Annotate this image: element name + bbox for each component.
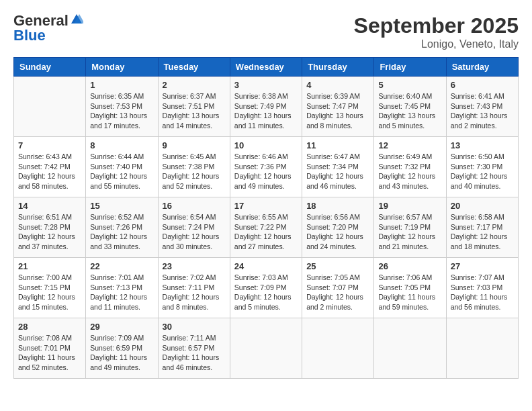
calendar-cell bbox=[230, 318, 302, 379]
day-info: Sunrise: 7:00 AMSunset: 7:15 PMDaylight:… bbox=[18, 273, 75, 311]
calendar-cell: 25Sunrise: 7:05 AMSunset: 7:07 PMDayligh… bbox=[302, 258, 374, 318]
calendar-cell: 2Sunrise: 6:37 AMSunset: 7:51 PMDaylight… bbox=[158, 77, 230, 137]
day-info: Sunrise: 7:11 AMSunset: 6:57 PMDaylight:… bbox=[163, 334, 220, 371]
day-info: Sunrise: 6:37 AMSunset: 7:51 PMDaylight:… bbox=[163, 92, 220, 130]
day-info: Sunrise: 6:44 AMSunset: 7:40 PMDaylight:… bbox=[90, 152, 147, 190]
weekday-header-friday: Friday bbox=[374, 58, 446, 77]
calendar-cell: 17Sunrise: 6:55 AMSunset: 7:22 PMDayligh… bbox=[230, 197, 302, 258]
logo-general-text: General bbox=[13, 13, 69, 28]
calendar-cell: 29Sunrise: 7:09 AMSunset: 6:59 PMDayligh… bbox=[86, 318, 158, 379]
page-header: General Blue September 2025 Lonigo, Vene… bbox=[13, 13, 519, 50]
day-info: Sunrise: 6:51 AMSunset: 7:28 PMDaylight:… bbox=[18, 213, 75, 250]
day-info: Sunrise: 6:54 AMSunset: 7:24 PMDaylight:… bbox=[163, 213, 220, 250]
day-number: 26 bbox=[378, 261, 441, 271]
calendar-cell: 12Sunrise: 6:49 AMSunset: 7:32 PMDayligh… bbox=[374, 137, 446, 197]
calendar-cell: 14Sunrise: 6:51 AMSunset: 7:28 PMDayligh… bbox=[14, 197, 86, 258]
day-number: 4 bbox=[306, 80, 369, 90]
calendar-cell: 6Sunrise: 6:41 AMSunset: 7:43 PMDaylight… bbox=[446, 77, 518, 137]
day-number: 23 bbox=[163, 261, 226, 271]
day-info: Sunrise: 6:56 AMSunset: 7:20 PMDaylight:… bbox=[306, 213, 363, 250]
weekday-header-wednesday: Wednesday bbox=[230, 58, 302, 77]
day-info: Sunrise: 6:47 AMSunset: 7:34 PMDaylight:… bbox=[306, 152, 363, 190]
calendar-cell: 15Sunrise: 6:52 AMSunset: 7:26 PMDayligh… bbox=[86, 197, 158, 258]
calendar-cell: 1Sunrise: 6:35 AMSunset: 7:53 PMDaylight… bbox=[86, 77, 158, 137]
day-info: Sunrise: 6:58 AMSunset: 7:17 PMDaylight:… bbox=[451, 213, 508, 250]
day-number: 10 bbox=[234, 140, 298, 150]
day-number: 12 bbox=[378, 140, 441, 150]
weekday-header-tuesday: Tuesday bbox=[158, 58, 230, 77]
day-number: 1 bbox=[90, 80, 153, 90]
logo: General Blue bbox=[13, 13, 83, 43]
day-info: Sunrise: 6:49 AMSunset: 7:32 PMDaylight:… bbox=[378, 152, 435, 190]
day-number: 22 bbox=[90, 261, 153, 271]
calendar-table: SundayMondayTuesdayWednesdayThursdayFrid… bbox=[13, 57, 519, 379]
calendar-cell: 26Sunrise: 7:06 AMSunset: 7:05 PMDayligh… bbox=[374, 258, 446, 318]
calendar-cell: 27Sunrise: 7:07 AMSunset: 7:03 PMDayligh… bbox=[446, 258, 518, 318]
calendar-cell: 23Sunrise: 7:02 AMSunset: 7:11 PMDayligh… bbox=[158, 258, 230, 318]
day-number: 3 bbox=[234, 80, 298, 90]
calendar-week-2: 7Sunrise: 6:43 AMSunset: 7:42 PMDaylight… bbox=[14, 137, 519, 197]
day-number: 24 bbox=[234, 261, 298, 271]
day-number: 29 bbox=[90, 322, 153, 332]
weekday-header-monday: Monday bbox=[86, 58, 158, 77]
day-number: 13 bbox=[451, 140, 514, 150]
day-number: 5 bbox=[378, 80, 441, 90]
calendar-cell: 28Sunrise: 7:08 AMSunset: 7:01 PMDayligh… bbox=[14, 318, 86, 379]
logo-blue-text: Blue bbox=[13, 28, 46, 43]
calendar-cell: 30Sunrise: 7:11 AMSunset: 6:57 PMDayligh… bbox=[158, 318, 230, 379]
calendar-cell: 18Sunrise: 6:56 AMSunset: 7:20 PMDayligh… bbox=[302, 197, 374, 258]
day-number: 16 bbox=[163, 201, 226, 211]
day-number: 30 bbox=[163, 322, 226, 332]
calendar-cell: 3Sunrise: 6:38 AMSunset: 7:49 PMDaylight… bbox=[230, 77, 302, 137]
day-number: 27 bbox=[451, 261, 514, 271]
day-info: Sunrise: 6:40 AMSunset: 7:45 PMDaylight:… bbox=[378, 92, 435, 130]
calendar-cell: 16Sunrise: 6:54 AMSunset: 7:24 PMDayligh… bbox=[158, 197, 230, 258]
calendar-cell bbox=[446, 318, 518, 379]
day-number: 20 bbox=[451, 201, 514, 211]
logo-icon bbox=[70, 13, 83, 26]
calendar-cell: 9Sunrise: 6:45 AMSunset: 7:38 PMDaylight… bbox=[158, 137, 230, 197]
calendar-cell: 7Sunrise: 6:43 AMSunset: 7:42 PMDaylight… bbox=[14, 137, 86, 197]
calendar-cell: 11Sunrise: 6:47 AMSunset: 7:34 PMDayligh… bbox=[302, 137, 374, 197]
day-info: Sunrise: 6:39 AMSunset: 7:47 PMDaylight:… bbox=[306, 92, 363, 130]
calendar-cell: 8Sunrise: 6:44 AMSunset: 7:40 PMDaylight… bbox=[86, 137, 158, 197]
calendar-week-5: 28Sunrise: 7:08 AMSunset: 7:01 PMDayligh… bbox=[14, 318, 519, 379]
day-info: Sunrise: 6:57 AMSunset: 7:19 PMDaylight:… bbox=[378, 213, 435, 250]
title-section: September 2025 Lonigo, Veneto, Italy bbox=[354, 13, 519, 50]
day-number: 9 bbox=[163, 140, 226, 150]
day-info: Sunrise: 6:46 AMSunset: 7:36 PMDaylight:… bbox=[234, 152, 292, 190]
day-info: Sunrise: 7:01 AMSunset: 7:13 PMDaylight:… bbox=[90, 273, 147, 311]
weekday-header-saturday: Saturday bbox=[446, 58, 518, 77]
day-number: 7 bbox=[18, 140, 81, 150]
day-info: Sunrise: 7:08 AMSunset: 7:01 PMDaylight:… bbox=[18, 334, 75, 371]
calendar-cell: 20Sunrise: 6:58 AMSunset: 7:17 PMDayligh… bbox=[446, 197, 518, 258]
calendar-week-4: 21Sunrise: 7:00 AMSunset: 7:15 PMDayligh… bbox=[14, 258, 519, 318]
day-info: Sunrise: 6:45 AMSunset: 7:38 PMDaylight:… bbox=[163, 152, 220, 190]
calendar-cell: 19Sunrise: 6:57 AMSunset: 7:19 PMDayligh… bbox=[374, 197, 446, 258]
day-number: 19 bbox=[378, 201, 441, 211]
day-number: 14 bbox=[18, 201, 81, 211]
calendar-cell: 13Sunrise: 6:50 AMSunset: 7:30 PMDayligh… bbox=[446, 137, 518, 197]
weekday-header-thursday: Thursday bbox=[302, 58, 374, 77]
day-number: 2 bbox=[163, 80, 226, 90]
day-info: Sunrise: 6:55 AMSunset: 7:22 PMDaylight:… bbox=[234, 213, 292, 250]
weekday-header-row: SundayMondayTuesdayWednesdayThursdayFrid… bbox=[14, 58, 519, 77]
calendar-cell: 10Sunrise: 6:46 AMSunset: 7:36 PMDayligh… bbox=[230, 137, 302, 197]
day-info: Sunrise: 7:03 AMSunset: 7:09 PMDaylight:… bbox=[234, 273, 292, 311]
day-number: 17 bbox=[234, 201, 298, 211]
day-info: Sunrise: 7:05 AMSunset: 7:07 PMDaylight:… bbox=[306, 273, 363, 311]
calendar-cell: 5Sunrise: 6:40 AMSunset: 7:45 PMDaylight… bbox=[374, 77, 446, 137]
day-number: 28 bbox=[18, 322, 81, 332]
day-info: Sunrise: 6:43 AMSunset: 7:42 PMDaylight:… bbox=[18, 152, 75, 190]
day-info: Sunrise: 6:50 AMSunset: 7:30 PMDaylight:… bbox=[451, 152, 508, 190]
weekday-header-sunday: Sunday bbox=[14, 58, 86, 77]
day-number: 8 bbox=[90, 140, 153, 150]
calendar-week-3: 14Sunrise: 6:51 AMSunset: 7:28 PMDayligh… bbox=[14, 197, 519, 258]
day-info: Sunrise: 7:02 AMSunset: 7:11 PMDaylight:… bbox=[163, 273, 220, 311]
day-info: Sunrise: 6:41 AMSunset: 7:43 PMDaylight:… bbox=[451, 92, 508, 130]
day-info: Sunrise: 7:09 AMSunset: 6:59 PMDaylight:… bbox=[90, 334, 147, 371]
location: Lonigo, Veneto, Italy bbox=[354, 38, 519, 50]
calendar-cell bbox=[14, 77, 86, 137]
day-info: Sunrise: 6:38 AMSunset: 7:49 PMDaylight:… bbox=[234, 92, 292, 130]
calendar-cell bbox=[302, 318, 374, 379]
